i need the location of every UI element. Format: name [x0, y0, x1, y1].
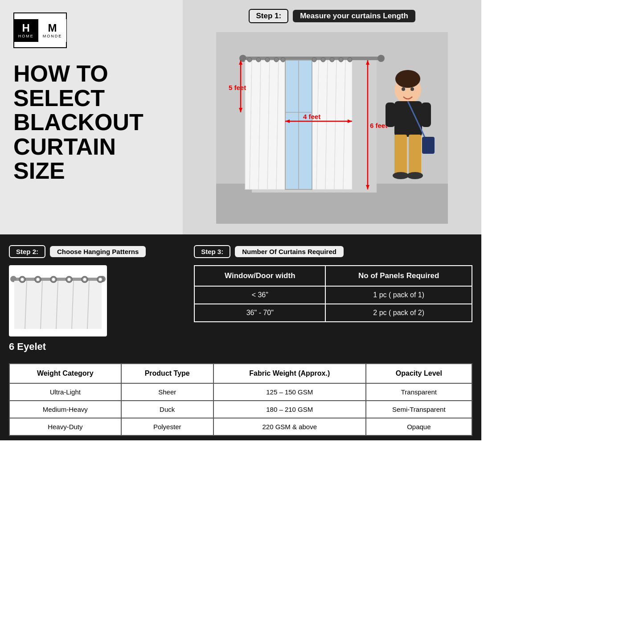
eyelet-label: 6 Eyelet [9, 341, 46, 353]
svg-rect-44 [394, 101, 422, 137]
step3-label: Step 3: [194, 245, 230, 258]
logo-left: H HOME [14, 19, 38, 42]
eyelet-image [9, 265, 107, 336]
svg-rect-56 [13, 278, 103, 281]
eyelet-svg [9, 270, 107, 332]
logo-monde-label: MONDE [43, 34, 62, 38]
panel-width-2: 36" - 70" [194, 304, 325, 322]
fabric-weight-cat-3: Heavy-Duty [9, 418, 121, 435]
svg-point-28 [339, 57, 343, 62]
fabric-weight-cat-2: Medium-Heavy [9, 401, 121, 418]
svg-point-24 [281, 57, 285, 62]
fabric-weight-2: 180 – 210 GSM [213, 401, 366, 418]
left-panel: H HOME M MONDE HOW TO SELECT BLACKOUT CU… [0, 0, 183, 234]
steps-row: Step 2: Choose Hanging Patterns [9, 245, 472, 353]
table-row: Ultra-Light Sheer 125 – 150 GSM Transpar… [9, 383, 472, 401]
curtain-illustration: 5 feet 4 feet 6 feet [216, 32, 448, 226]
fabric-weight-cat-1: Ultra-Light [9, 383, 121, 401]
svg-point-76 [99, 278, 102, 281]
bottom-section: Step 2: Choose Hanging Patterns [0, 234, 481, 440]
panel-count-2: 2 pc ( pack of 2) [325, 304, 472, 322]
svg-text:6 feet: 6 feet [370, 122, 387, 129]
svg-point-70 [52, 278, 55, 281]
svg-point-47 [393, 172, 409, 179]
svg-point-26 [321, 57, 325, 62]
svg-point-48 [407, 172, 423, 179]
fabric-opacity-3: Opaque [366, 418, 472, 435]
fabric-col-fabric-weight: Fabric Weight (Approx.) [213, 364, 366, 383]
logo-home-label: HOME [18, 34, 34, 38]
svg-point-54 [410, 87, 414, 91]
logo: H HOME M MONDE [13, 12, 67, 48]
svg-point-23 [274, 57, 279, 62]
step3-badge: Step 3: Number Of Curtains Required [194, 245, 344, 258]
svg-point-43 [395, 70, 420, 88]
fabric-weight-1: 125 – 150 GSM [213, 383, 366, 401]
svg-point-68 [37, 278, 40, 281]
svg-point-21 [256, 57, 261, 62]
step1-description: Measure your curtains Length [293, 10, 415, 22]
fabric-opacity-2: Semi-Transparent [366, 401, 472, 418]
step3-description: Number Of Curtains Required [235, 246, 344, 257]
step1-label: Step 1: [249, 9, 288, 23]
svg-point-74 [83, 278, 86, 281]
svg-point-22 [265, 57, 270, 62]
svg-rect-45 [394, 135, 407, 175]
svg-text:5 feet: 5 feet [229, 84, 246, 91]
svg-text:4 feet: 4 feet [303, 113, 320, 120]
logo-right: M MONDE [38, 19, 67, 42]
fabric-product-type-3: Polyester [121, 418, 213, 435]
svg-point-20 [247, 57, 252, 62]
svg-rect-46 [409, 135, 421, 175]
right-panel: Step 1: Measure your curtains Length [183, 0, 481, 234]
fabric-table: Weight Category Product Type Fabric Weig… [9, 363, 472, 436]
fabric-product-type-2: Duck [121, 401, 213, 418]
panels-col2-header: No of Panels Required [325, 266, 472, 286]
top-section: H HOME M MONDE HOW TO SELECT BLACKOUT CU… [0, 0, 481, 234]
table-row: 36" - 70" 2 pc ( pack of 2) [194, 304, 472, 322]
svg-rect-52 [422, 137, 435, 154]
step1-badge: Step 1: Measure your curtains Length [249, 9, 415, 23]
step2-area: Step 2: Choose Hanging Patterns [9, 245, 185, 353]
step2-badge: Step 2: Choose Hanging Patterns [9, 245, 146, 258]
fabric-col-weight-category: Weight Category [9, 364, 121, 383]
step3-area: Step 3: Number Of Curtains Required Wind… [194, 245, 472, 322]
step2-label: Step 2: [9, 245, 45, 258]
panel-count-1: 1 pc ( pack of 1) [325, 286, 472, 304]
fabric-col-product-type: Product Type [121, 364, 213, 383]
fabric-opacity-1: Transparent [366, 383, 472, 401]
curtain-svg: 5 feet 4 feet 6 feet [216, 32, 448, 224]
step2-description: Choose Hanging Patterns [50, 246, 146, 257]
fabric-table-wrapper: Weight Category Product Type Fabric Weig… [9, 363, 472, 436]
panels-table: Window/Door width No of Panels Required … [194, 265, 472, 322]
fabric-col-opacity: Opacity Level [366, 364, 472, 383]
svg-point-72 [68, 278, 71, 281]
svg-point-27 [330, 57, 334, 62]
table-row: Heavy-Duty Polyester 220 GSM & above Opa… [9, 418, 472, 435]
svg-rect-49 [386, 103, 395, 127]
fabric-weight-3: 220 GSM & above [213, 418, 366, 435]
panel-width-1: < 36" [194, 286, 325, 304]
table-row: < 36" 1 pc ( pack of 1) [194, 286, 472, 304]
svg-point-5 [377, 55, 385, 62]
table-row: Medium-Heavy Duck 180 – 210 GSM Semi-Tra… [9, 401, 472, 418]
svg-point-29 [348, 57, 352, 62]
svg-point-66 [21, 278, 24, 281]
svg-point-53 [402, 87, 405, 91]
main-title: HOW TO SELECT BLACKOUT CURTAIN SIZE [13, 62, 169, 183]
svg-rect-50 [421, 103, 431, 127]
panels-col1-header: Window/Door width [194, 266, 325, 286]
fabric-product-type-1: Sheer [121, 383, 213, 401]
svg-point-25 [312, 57, 316, 62]
